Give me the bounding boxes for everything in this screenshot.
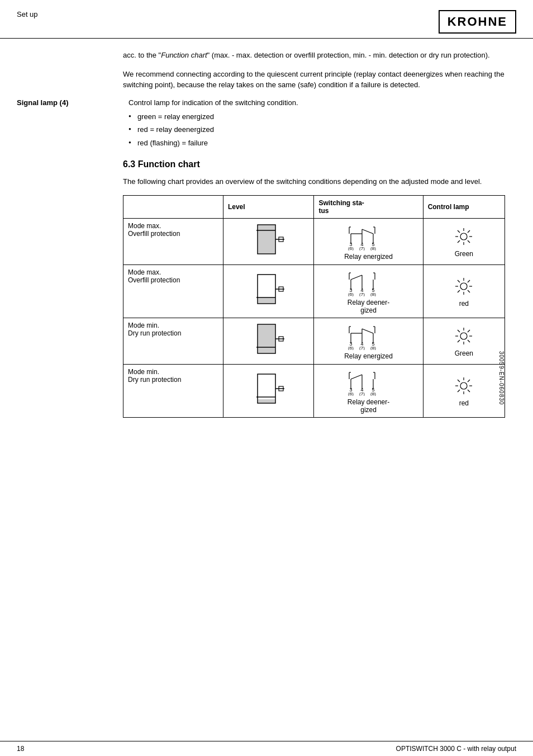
lamp-label-3: Green: [428, 349, 500, 357]
bullet-green: green = relay energized: [129, 111, 505, 122]
svg-point-50: [460, 283, 467, 290]
page-footer: 18 OPTISWITCH 3000 C - with relay output: [0, 741, 533, 756]
col-header-lamp: Control lamp: [423, 195, 505, 218]
svg-rect-90: [258, 399, 275, 403]
svg-text:(8): (8): [370, 246, 376, 251]
svg-text:(8): (8): [370, 346, 376, 350]
svg-line-26: [458, 230, 460, 233]
page-number: 18: [17, 745, 24, 753]
svg-text:(8): (8): [370, 292, 376, 296]
svg-line-117: [458, 390, 460, 392]
svg-line-28: [468, 230, 470, 233]
svg-line-27: [468, 240, 470, 243]
function-table: Level Switching sta-tus Control lamp Mod…: [123, 195, 505, 418]
switching-cell-4: 3 (6) 4 (7) 5 (8): [314, 364, 423, 417]
relay-label-3: Relay energized: [318, 352, 418, 360]
svg-line-85: [458, 330, 460, 332]
bullet-red: red = relay deenergized: [129, 124, 505, 135]
function-chart-heading: 6.3 Function chart: [123, 159, 505, 169]
svg-rect-1: [258, 225, 275, 253]
svg-text:(7): (7): [359, 292, 365, 296]
switching-cell-2: 3 (6) 4 (7) 5 (8): [314, 264, 423, 318]
switching-cell-3: 3 (6) 4 (7) 5 (8): [314, 318, 423, 364]
svg-line-115: [468, 390, 470, 392]
svg-point-80: [460, 333, 467, 339]
mode-cell-4: Mode min.Dry run protection: [123, 364, 223, 417]
lamp-cell-2: red: [423, 264, 505, 318]
col-header-switching: Switching sta-tus: [314, 195, 423, 218]
signal-lamp-section: Signal lamp (4) Control lamp for indicat…: [17, 98, 505, 151]
svg-text:(7): (7): [359, 246, 365, 251]
page-header: Set up KROHNE: [0, 0, 533, 39]
svg-line-29: [458, 240, 460, 243]
level-cell-2: [223, 264, 314, 318]
lamp-label-4: red: [428, 399, 500, 407]
svg-rect-60: [258, 325, 275, 353]
relay-label-2: Relay deener-gized: [318, 299, 418, 314]
svg-line-56: [468, 290, 470, 292]
lamp-cell-3: Green: [423, 318, 505, 364]
level-cell-4: [223, 364, 314, 417]
lamp-label-2: red: [428, 300, 500, 308]
table-row: Mode min.Dry run protection: [123, 318, 505, 364]
svg-point-21: [460, 233, 467, 240]
table-header-row: Level Switching sta-tus Control lamp: [123, 195, 505, 218]
signal-lamp-description: Control lamp for indication of the switc…: [129, 98, 505, 107]
svg-text:(6): (6): [348, 292, 354, 296]
svg-point-109: [460, 382, 467, 389]
function-chart-desc: The following chart provides an overview…: [123, 176, 505, 187]
svg-line-75: [362, 329, 373, 333]
side-document-number: 30059-EN-060830: [498, 351, 505, 405]
mode-cell-3: Mode min.Dry run protection: [123, 318, 223, 364]
level-cell-3: [223, 318, 314, 364]
product-name: OPTISWITCH 3000 C - with relay output: [396, 745, 516, 753]
svg-text:(7): (7): [359, 391, 365, 396]
mode-cell-1: Mode max.Overfill protection: [123, 218, 223, 264]
svg-line-16: [362, 229, 373, 234]
lamp-cell-4: red: [423, 364, 505, 417]
intro-para2: We recommend connecting according to the…: [123, 69, 505, 91]
signal-lamp-content: Control lamp for indication of the switc…: [129, 98, 505, 151]
svg-line-55: [458, 280, 460, 282]
svg-line-88: [458, 340, 460, 342]
function-chart-section: 6.3 Function chart The following chart p…: [17, 159, 505, 418]
signal-lamp-label: Signal lamp (4): [17, 98, 129, 151]
svg-rect-31: [258, 297, 275, 303]
col-header-mode: [123, 195, 223, 218]
table-row: Mode max.Overfill protection: [123, 218, 505, 264]
svg-line-114: [458, 380, 460, 382]
svg-line-86: [468, 340, 470, 342]
intro-para1: acc. to the "Function chart" (max. - max…: [123, 50, 505, 61]
svg-line-45: [351, 275, 362, 280]
section-label: Set up: [17, 10, 38, 18]
svg-line-104: [351, 375, 362, 379]
table-row: Mode max.Overfill protection: [123, 264, 505, 318]
svg-text:(6): (6): [348, 391, 354, 396]
svg-line-87: [468, 330, 470, 332]
svg-text:(7): (7): [359, 346, 365, 350]
bullet-flashing: red (flashing) = failure: [129, 138, 505, 149]
svg-text:(6): (6): [348, 246, 354, 251]
col-header-level: Level: [223, 195, 314, 218]
svg-text:(6): (6): [348, 346, 354, 350]
svg-text:(8): (8): [370, 391, 376, 396]
mode-cell-2: Mode max.Overfill protection: [123, 264, 223, 318]
lamp-label-1: Green: [428, 250, 500, 258]
svg-line-116: [468, 380, 470, 382]
svg-rect-89: [258, 374, 275, 403]
signal-lamp-list: green = relay energized red = relay deen…: [129, 111, 505, 149]
brand-logo: KROHNE: [439, 10, 516, 34]
lamp-cell-1: Green: [423, 218, 505, 264]
relay-label-1: Relay energized: [318, 253, 418, 261]
level-cell-1: [223, 218, 314, 264]
table-row: Mode min.Dry run protection: [123, 364, 505, 417]
switching-cell-1: 3 (6) 4 (7) 5 (8): [314, 218, 423, 264]
svg-line-58: [458, 290, 460, 292]
relay-label-4: Relay deener-gized: [318, 398, 418, 414]
svg-line-57: [468, 280, 470, 282]
